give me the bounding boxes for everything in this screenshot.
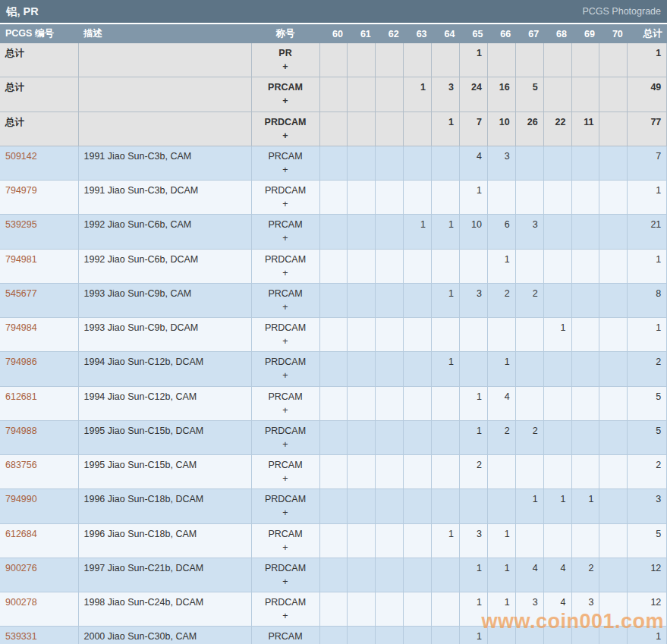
- grade-69-cell: [571, 420, 599, 454]
- pcgs-number-link[interactable]: 794986: [5, 357, 37, 367]
- grade-68-cell: [543, 283, 571, 317]
- col-header-grade-60: 60: [319, 24, 348, 43]
- grade-64-cell: [432, 558, 460, 592]
- grade-62-cell: [376, 592, 404, 627]
- grade-68-cell: 1: [543, 318, 571, 352]
- table-row: 5091421991 Jiao Sun-C3b, CAMPRCAM+437: [0, 146, 667, 180]
- designation-label: PRDCAM: [265, 494, 306, 504]
- pcgs-number-link[interactable]: 794988: [5, 426, 37, 436]
- designation-label: PRDCAM: [265, 563, 306, 573]
- pcgs-number-cell: 794979: [0, 181, 78, 215]
- table-row: 6126841996 Jiao Sun-C18b, CAMPRCAM+1315: [0, 523, 667, 558]
- total-cell: 5: [628, 420, 667, 454]
- col-header-pcgs-number: PCGS 编号: [0, 24, 78, 43]
- pcgs-number-link[interactable]: 539295: [5, 219, 37, 230]
- grade-65-cell: [459, 352, 487, 386]
- designation-label: PRDCAM: [265, 597, 306, 608]
- grade-65-cell: 1: [459, 181, 487, 215]
- grade-62-cell: [376, 489, 404, 523]
- pcgs-number-link[interactable]: 794979: [5, 185, 37, 196]
- grade-60-cell: [319, 420, 348, 454]
- total-cell: 49: [628, 77, 667, 112]
- grade-68-cell: [543, 455, 571, 489]
- grade-70-cell: [599, 420, 628, 454]
- pcgs-number-cell: 794986: [0, 352, 78, 386]
- grade-63-cell: [404, 420, 432, 454]
- grade-68-cell: 4: [543, 558, 571, 592]
- pcgs-number-link[interactable]: 545677: [5, 288, 37, 299]
- grade-70-cell: [599, 112, 628, 146]
- grade-65-cell: 2: [459, 455, 487, 489]
- pcgs-number-link[interactable]: 539331: [5, 631, 37, 642]
- grade-67-cell: 26: [515, 112, 543, 146]
- grade-60-cell: [319, 627, 348, 644]
- grade-69-cell: [571, 283, 599, 317]
- designation-cell: PR+: [251, 43, 319, 77]
- grade-64-cell: [432, 146, 460, 180]
- description-cell: 1991 Jiao Sun-C3b, CAM: [78, 146, 251, 180]
- pcgs-number-cell: 539331: [0, 627, 78, 644]
- grade-61-cell: [348, 112, 376, 146]
- description-cell: 1998 Jiao Sun-C24b, DCAM: [78, 592, 251, 627]
- pcgs-number-link[interactable]: 794981: [5, 254, 37, 265]
- table-row: 6837561995 Jiao Sun-C15b, CAMPRCAM+22: [0, 455, 667, 489]
- grade-69-cell: [571, 455, 599, 489]
- pcgs-number-cell: 509142: [0, 146, 78, 180]
- description-cell: [78, 77, 251, 112]
- grade-69-cell: [571, 43, 599, 77]
- pcgs-number-link[interactable]: 794984: [5, 322, 37, 333]
- pcgs-number-link[interactable]: 900276: [5, 563, 37, 573]
- col-header-grade-63: 63: [404, 24, 432, 43]
- total-cell: 1: [628, 181, 667, 215]
- total-cell: 2: [628, 352, 667, 386]
- grade-61-cell: [348, 146, 376, 180]
- plus-label: +: [253, 472, 318, 485]
- photograde-link[interactable]: PCGS Photograde: [582, 6, 661, 17]
- grade-70-cell: [599, 455, 628, 489]
- grade-60-cell: [319, 386, 348, 420]
- grade-67-cell: 3: [515, 215, 543, 249]
- plus-label: +: [253, 197, 318, 211]
- grade-60-cell: [319, 558, 348, 592]
- grade-68-cell: [543, 181, 571, 215]
- grade-67-cell: 5: [515, 77, 543, 112]
- designation-cell: PRDCAM+: [251, 318, 319, 352]
- grade-65-cell: 3: [459, 523, 487, 558]
- plus-label: +: [253, 575, 318, 589]
- pcgs-number-cell: 794988: [0, 420, 78, 454]
- grade-60-cell: [319, 318, 348, 352]
- grade-66-cell: 2: [487, 283, 515, 317]
- plus-label: +: [253, 163, 318, 177]
- grade-65-cell: 1: [459, 558, 487, 592]
- grade-66-cell: [487, 181, 515, 215]
- grade-65-cell: 24: [459, 77, 487, 112]
- designation-label: PRCAM: [268, 151, 302, 162]
- designation-label: PRDCAM: [265, 357, 306, 367]
- grade-68-cell: [543, 146, 571, 180]
- grade-64-cell: 3: [432, 77, 460, 112]
- table-row: 6126811994 Jiao Sun-C12b, CAMPRCAM+145: [0, 386, 667, 420]
- designation-cell: PRDCAM+: [251, 420, 319, 454]
- designation-label: PRDCAM: [265, 185, 306, 196]
- table-row: 7949811992 Jiao Sun-C6b, DCAMPRDCAM+11: [0, 249, 667, 283]
- pcgs-number-link[interactable]: 794990: [5, 494, 37, 504]
- grade-62-cell: [376, 43, 404, 77]
- pcgs-number-link[interactable]: 900278: [5, 597, 37, 608]
- grade-68-cell: 22: [543, 112, 571, 146]
- total-cell: 1: [628, 627, 667, 644]
- description-cell: 1993 Jiao Sun-C9b, DCAM: [78, 318, 251, 352]
- pcgs-number-link[interactable]: 509142: [5, 151, 37, 162]
- plus-label: +: [253, 266, 318, 280]
- grade-65-cell: [459, 249, 487, 283]
- col-header-grade-62: 62: [376, 24, 404, 43]
- description-cell: 1995 Jiao Sun-C15b, DCAM: [78, 420, 251, 454]
- pcgs-number-link[interactable]: 683756: [5, 460, 37, 470]
- summary-total-label: 总计: [0, 112, 78, 146]
- pcgs-number-link[interactable]: 612684: [5, 529, 37, 539]
- grade-66-cell: 1: [487, 249, 515, 283]
- pcgs-number-link[interactable]: 612681: [5, 391, 37, 402]
- grade-61-cell: [348, 420, 376, 454]
- total-cell: 1: [628, 249, 667, 283]
- pcgs-number-cell: 794981: [0, 249, 78, 283]
- grade-61-cell: [348, 592, 376, 627]
